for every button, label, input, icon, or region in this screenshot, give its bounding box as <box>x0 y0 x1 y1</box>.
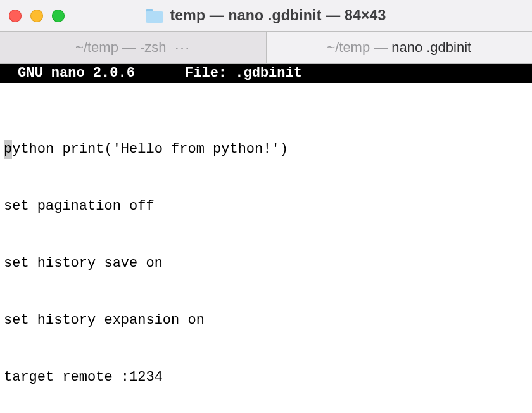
tab-proc: -zsh <box>140 39 167 56</box>
nano-version: GNU nano 2.0.6 <box>0 64 135 83</box>
window-title-folder: temp <box>170 7 205 23</box>
editor-line-text: set pagination off <box>4 198 155 214</box>
folder-icon <box>146 9 163 23</box>
editor-line: target remote :1234 <box>4 368 532 387</box>
tab-sep: — <box>122 39 136 56</box>
tab-sep: — <box>374 39 388 56</box>
editor-line-text: set history expansion on <box>4 312 205 328</box>
editor-line: set history save on <box>4 254 532 273</box>
tab-path: ~/temp <box>327 39 370 56</box>
tab-bar: ~/temp — -zsh … ~/temp — nano .gdbinit <box>0 32 532 64</box>
window-titlebar: temp — nano .gdbinit — 84×43 <box>0 0 532 32</box>
tab-proc: nano .gdbinit <box>391 39 471 56</box>
tab-path: ~/temp <box>75 39 118 56</box>
editor-line: set history expansion on <box>4 311 532 330</box>
nano-title-bar: GNU nano 2.0.6 File: .gdbinit <box>0 64 532 83</box>
zoom-icon[interactable] <box>52 10 65 22</box>
minimize-icon[interactable] <box>30 10 43 22</box>
terminal[interactable]: GNU nano 2.0.6 File: .gdbinit python pri… <box>0 64 532 413</box>
editor-line: python print('Hello from python!') <box>4 140 532 159</box>
nano-file-label: File: <box>185 65 235 81</box>
traffic-lights <box>9 0 65 31</box>
tab-zsh[interactable]: ~/temp — -zsh … <box>0 32 267 63</box>
editor-line-text: target remote :1234 <box>4 369 163 385</box>
tab-nano[interactable]: ~/temp — nano .gdbinit <box>267 32 533 63</box>
window-title-rest: — nano .gdbinit — 84×43 <box>205 7 386 23</box>
window-title: temp — nano .gdbinit — 84×43 <box>146 7 386 24</box>
editor-line-text: ython print('Hello from python!') <box>12 141 288 157</box>
editor-line: set pagination off <box>4 197 532 216</box>
close-icon[interactable] <box>9 10 22 22</box>
nano-editor[interactable]: python print('Hello from python!') set p… <box>0 83 532 413</box>
editor-line-text: set history save on <box>4 255 163 271</box>
cursor: p <box>4 140 12 159</box>
nano-file-name: .gdbinit <box>235 65 302 81</box>
